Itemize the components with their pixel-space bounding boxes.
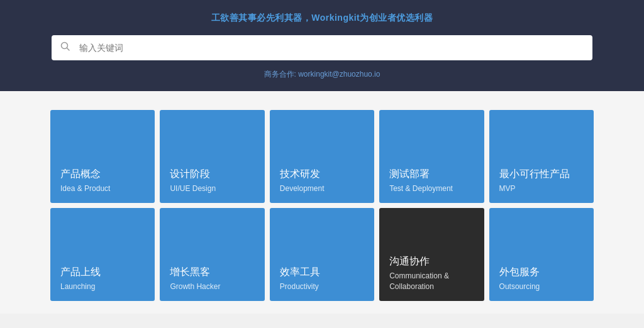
- card-title-cn: 沟通协作: [389, 255, 474, 268]
- card-title-en: Launching: [60, 282, 145, 292]
- category-card[interactable]: 产品概念Idea & Product: [50, 110, 155, 203]
- card-title-en: Productivity: [280, 282, 364, 292]
- card-title-en: UI/UE Design: [170, 183, 254, 194]
- category-card[interactable]: 外包服务Outsourcing: [489, 208, 594, 301]
- card-title-cn: 增长黑客: [170, 266, 254, 279]
- tagline-brand: Workingkit: [311, 13, 360, 23]
- card-title-cn: 效率工具: [280, 266, 364, 279]
- card-title-cn: 产品概念: [60, 168, 145, 181]
- card-title-en: Outsourcing: [499, 282, 584, 292]
- card-title-cn: 产品上线: [60, 266, 145, 279]
- tagline: 工欲善其事必先利其器，Workingkit为创业者优选利器: [0, 13, 644, 24]
- card-title-cn: 外包服务: [499, 266, 584, 279]
- category-card[interactable]: 产品上线Launching: [50, 208, 155, 301]
- category-card[interactable]: 沟通协作Communication & Collaboration: [379, 208, 484, 301]
- category-card[interactable]: 效率工具Productivity: [270, 208, 374, 301]
- search-container: [52, 35, 592, 60]
- svg-line-1: [67, 48, 70, 51]
- category-card[interactable]: 增长黑客Growth Hacker: [160, 208, 264, 301]
- category-card[interactable]: 最小可行性产品MVP: [489, 110, 594, 203]
- card-title-cn: 测试部署: [389, 168, 474, 181]
- tagline-prefix: 工欲善其事必先利其器，: [211, 13, 312, 23]
- main-content: 产品概念Idea & Product设计阶段UI/UE Design技术研发De…: [0, 91, 644, 314]
- business-email: 商务合作: workingkit@zhuozhuo.io: [0, 69, 644, 80]
- card-title-en: Idea & Product: [60, 183, 145, 194]
- search-input[interactable]: [52, 35, 592, 60]
- card-title-en: Development: [280, 183, 364, 194]
- card-title-cn: 设计阶段: [170, 168, 254, 181]
- category-grid-row2: 产品上线Launching增长黑客Growth Hacker效率工具Produc…: [50, 208, 594, 301]
- header-section: 工欲善其事必先利其器，Workingkit为创业者优选利器 商务合作: work…: [0, 0, 644, 91]
- category-card[interactable]: 测试部署Test & Deployment: [379, 110, 484, 203]
- category-card[interactable]: 设计阶段UI/UE Design: [160, 110, 264, 203]
- category-grid-row1: 产品概念Idea & Product设计阶段UI/UE Design技术研发De…: [50, 110, 594, 203]
- tagline-suffix: 为创业者优选利器: [360, 13, 433, 23]
- card-title-en: Test & Deployment: [389, 183, 474, 194]
- category-card[interactable]: 技术研发Development: [270, 110, 374, 203]
- card-title-cn: 最小可行性产品: [499, 168, 584, 181]
- card-title-en: Communication & Collaboration: [389, 271, 474, 292]
- card-title-en: MVP: [499, 183, 584, 194]
- search-icon: [60, 41, 70, 54]
- card-title-cn: 技术研发: [280, 168, 364, 181]
- card-title-en: Growth Hacker: [170, 282, 254, 292]
